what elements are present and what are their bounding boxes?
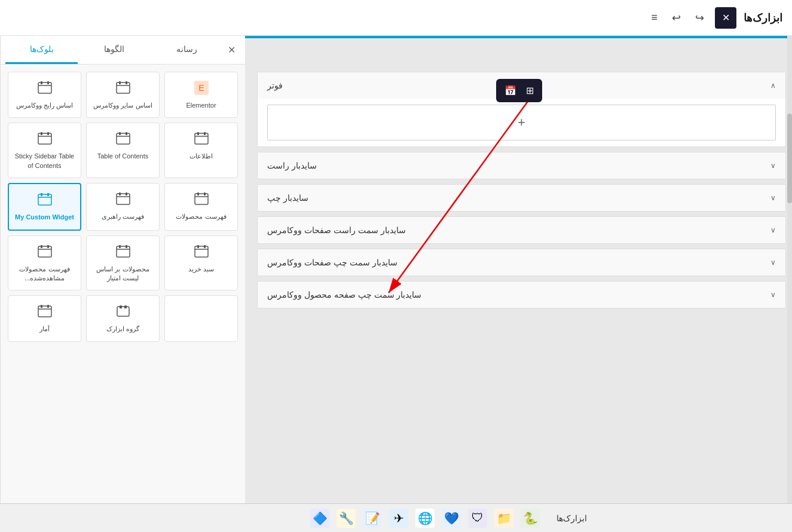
svg-rect-41 xyxy=(119,245,121,248)
chevron-down-icon-3: ∨ xyxy=(770,226,776,234)
tab-templates[interactable]: الگوها xyxy=(78,36,150,64)
widget-woo-main[interactable]: اساس رایج ووکامرس xyxy=(8,72,81,118)
taskbar-item-7[interactable]: 🔧 xyxy=(334,506,358,530)
taskbar-icon-7: 🔧 xyxy=(337,509,356,528)
product-list-icon xyxy=(193,191,210,207)
widget-rated[interactable]: محصولات بر اساس لیست امتیاز xyxy=(86,236,160,291)
svg-rect-45 xyxy=(41,245,42,248)
widget-nav[interactable]: فهرست راهبری xyxy=(86,183,160,230)
widget-custom[interactable]: My Custom Widget xyxy=(8,183,81,230)
grid-toolbar-icon[interactable]: ⊞ xyxy=(524,82,536,99)
svg-rect-28 xyxy=(117,194,130,204)
undo-button[interactable]: ↩ xyxy=(668,8,684,28)
chevron-down-icon-5: ∨ xyxy=(770,291,776,299)
woo-other-icon xyxy=(115,80,132,96)
taskbar-item-2[interactable]: 🛡 xyxy=(466,506,490,530)
widget-sticky-toc[interactable]: Sticky Sidebar Table of Contents xyxy=(8,123,81,178)
widget-toc[interactable]: Table of Contents xyxy=(86,123,160,178)
taskbar-item-5[interactable]: ✈ xyxy=(387,506,411,530)
section-sidebar-left-header[interactable]: ∨ سایدبار چپ xyxy=(258,185,785,211)
svg-rect-12 xyxy=(195,133,208,144)
woo-main-icon xyxy=(36,80,53,96)
editor-sections: ∧ فوتر + ∨ سایدبار راست ∨ سایدبار چپ xyxy=(245,66,792,532)
menu-button[interactable]: ≡ xyxy=(647,8,661,27)
svg-rect-25 xyxy=(197,192,199,195)
section-sidebar-left: ∨ سایدبار چپ xyxy=(257,184,786,212)
calendar-toolbar-icon[interactable]: 📅 xyxy=(502,82,519,99)
elementor-icon: E xyxy=(193,80,210,96)
svg-rect-38 xyxy=(204,245,206,248)
widget-stats[interactable]: آمار xyxy=(8,295,81,341)
widget-woo-other[interactable]: اساس سایر ووکامرس xyxy=(86,72,160,118)
taskbar-icon-1: 📁 xyxy=(494,509,513,528)
section-sidebar-right-header[interactable]: ∨ سایدبار راست xyxy=(258,152,785,179)
editor-scrollbar[interactable] xyxy=(787,36,792,532)
section-footer-content: + xyxy=(258,99,785,146)
panel-tabs: ✕ رسانه الگوها بلوک‌ها xyxy=(1,36,245,65)
widget-group[interactable]: گروه ابزارک xyxy=(86,295,160,341)
scrollbar-thumb xyxy=(787,114,792,203)
chevron-up-icon: ∧ xyxy=(770,81,776,90)
main-content: ⊞ 📅 ∧ فوتر + xyxy=(0,36,792,532)
svg-rect-48 xyxy=(117,307,129,316)
redo-button[interactable]: ↪ xyxy=(692,8,708,28)
section-sidebar-left-title: سایدبار چپ xyxy=(267,193,308,203)
close-button[interactable]: ✕ xyxy=(715,7,736,29)
svg-text:E: E xyxy=(198,83,204,93)
svg-rect-21 xyxy=(41,132,42,135)
taskbar-item-0[interactable]: 🐍 xyxy=(518,506,542,530)
svg-rect-14 xyxy=(204,132,206,135)
svg-rect-29 xyxy=(119,192,121,195)
widget-row-5: گروه ابزارک آمار xyxy=(8,295,238,341)
widget-product-list[interactable]: فهرست محصولات xyxy=(164,183,238,230)
svg-rect-30 xyxy=(126,192,127,195)
svg-rect-37 xyxy=(197,245,199,248)
nav-icon xyxy=(115,191,132,207)
svg-rect-22 xyxy=(47,132,49,135)
panel-close-button[interactable]: ✕ xyxy=(223,39,240,60)
top-toolbar: ابزارک‌ها ✕ ↪ ↩ ≡ xyxy=(0,0,792,36)
svg-rect-20 xyxy=(38,133,51,144)
widget-cart[interactable]: سبد خرید xyxy=(164,236,238,291)
svg-rect-18 xyxy=(126,132,127,135)
taskbar-item-3[interactable]: 💙 xyxy=(439,506,463,530)
add-block-button[interactable]: + xyxy=(267,105,776,140)
taskbar-icon-8: 🔷 xyxy=(310,509,329,528)
svg-rect-26 xyxy=(204,192,206,195)
widget-row-2: اطلاعات Table of Contents xyxy=(8,123,238,178)
section-woo-left: ∨ سایدبار سمت چپ صفحات ووکامرس xyxy=(257,249,786,276)
undo-icon: ↩ xyxy=(672,11,681,25)
svg-rect-4 xyxy=(117,82,130,93)
svg-rect-42 xyxy=(126,245,127,248)
svg-rect-32 xyxy=(38,194,51,205)
toolbar-title: ابزارک‌ها xyxy=(744,11,782,25)
widget-elementor[interactable]: E Elementor xyxy=(164,72,238,118)
viewed-icon xyxy=(36,243,53,260)
widget-row-4: سبد خرید محصولات بر اساس لیست امتیاز xyxy=(8,236,238,291)
section-woo-product: ∨ سایدبار سمت چپ صفحه محصول ووکامرس xyxy=(257,281,786,308)
toc-icon xyxy=(115,130,132,147)
section-woo-product-header[interactable]: ∨ سایدبار سمت چپ صفحه محصول ووکامرس xyxy=(258,282,785,308)
taskbar-item-6[interactable]: 📝 xyxy=(360,506,384,530)
taskbar-item-1[interactable]: 📁 xyxy=(492,506,516,530)
taskbar-item-4[interactable]: 🌐 xyxy=(413,506,437,530)
section-woo-left-header[interactable]: ∨ سایدبار سمت چپ صفحات ووکامرس xyxy=(258,249,785,276)
svg-rect-6 xyxy=(126,81,127,84)
svg-rect-49 xyxy=(120,305,122,308)
tab-media[interactable]: رسانه xyxy=(151,36,223,64)
chevron-down-icon-2: ∨ xyxy=(770,194,776,202)
widget-info[interactable]: اطلاعات xyxy=(164,123,238,178)
taskbar-icon-0: 🐍 xyxy=(521,509,540,528)
section-woo-right-header[interactable]: ∨ سایدبار سمت راست صفحات ووکامرس xyxy=(258,217,785,243)
widget-row-3: فهرست محصولات فهرست راهبری xyxy=(8,183,238,230)
right-panel: ✕ رسانه الگوها بلوک‌ها E Elementor xyxy=(0,36,245,532)
taskbar-item-8[interactable]: 🔷 xyxy=(308,506,332,530)
svg-rect-13 xyxy=(197,132,199,135)
tab-blocks[interactable]: بلوک‌ها xyxy=(5,36,78,64)
widget-viewed[interactable]: فهرست محصولات مشاهده‌شده... xyxy=(8,236,81,291)
svg-rect-50 xyxy=(124,305,127,308)
widgets-grid: E Elementor اساس سایر ووکامرس xyxy=(1,65,245,532)
svg-rect-36 xyxy=(195,246,208,257)
widget-empty[interactable] xyxy=(164,295,238,341)
cart-icon xyxy=(193,243,210,260)
